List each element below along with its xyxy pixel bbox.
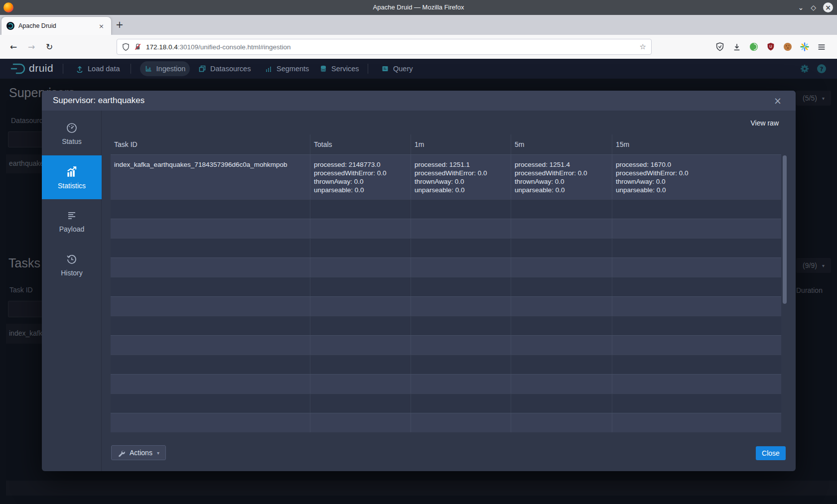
- tab-payload[interactable]: Payload: [42, 199, 102, 243]
- pinwheel-extension-icon[interactable]: [796, 42, 813, 51]
- table-row-task: index_kafka_earthquakes_7184357396d6c0a_…: [111, 154, 781, 199]
- dot-columns-icon: [265, 65, 273, 73]
- nav-item-label: Segments: [277, 65, 309, 73]
- druid-logo-text[interactable]: druid: [29, 62, 53, 74]
- forward-button[interactable]: →: [28, 35, 35, 59]
- table-row-empty: [111, 316, 781, 335]
- console-icon: [381, 65, 389, 73]
- close-button[interactable]: Close: [756, 446, 786, 460]
- stats-table: Task ID Totals 1m 5m 15m index_kafka_ear…: [111, 134, 781, 432]
- tab-status[interactable]: Status: [42, 112, 102, 155]
- tab-label: Payload: [59, 225, 85, 233]
- metrics-5m-cell: processed: 1251.4 processedWithError: 0.…: [511, 155, 612, 199]
- table-row-empty: [111, 257, 781, 277]
- table-row-empty: [111, 374, 781, 393]
- statistics-panel: View raw Task ID Totals 1m 5m 15m index_…: [102, 111, 796, 471]
- nav-item-services[interactable]: Services: [319, 59, 359, 79]
- chart-axis-icon: [144, 65, 152, 73]
- metrics-15m-cell: processed: 1670.0 processedWithError: 0.…: [612, 155, 781, 199]
- settings-gear-icon[interactable]: [800, 64, 810, 74]
- stats-table-body: [111, 199, 781, 432]
- url-text: 172.18.0.4:30109/unified-console.html#in…: [146, 43, 290, 51]
- tab-label: Statistics: [58, 182, 86, 190]
- tab-bar: Apache Druid × +: [0, 15, 837, 35]
- download-icon[interactable]: [728, 43, 745, 51]
- druid-navbar: druid Load data Ingestion Datasources: [0, 59, 837, 79]
- tab-favicon-druid-icon: [6, 22, 14, 30]
- menu-hamburger-icon[interactable]: [813, 43, 830, 51]
- gauge-icon: [66, 122, 78, 134]
- table-row-empty: [111, 219, 781, 238]
- dialog-title: Supervisor: earthquakes: [53, 96, 144, 106]
- dialog-header: Supervisor: earthquakes ×: [42, 91, 796, 111]
- browser-toolbar: ← → ↻ 172.18.0.4:30109/unified-console.h…: [0, 35, 837, 59]
- nav-item-segments[interactable]: Segments: [265, 59, 309, 79]
- tab-title: Apache Druid: [18, 22, 97, 29]
- tab-statistics[interactable]: Statistics: [42, 155, 102, 199]
- window-title: Apache Druid — Mozilla Firefox: [0, 0, 837, 15]
- dialog-close-icon[interactable]: ×: [771, 95, 785, 107]
- nav-item-ingestion[interactable]: Ingestion: [140, 61, 190, 76]
- table-row-empty: [111, 393, 781, 413]
- database-icon: [319, 65, 327, 73]
- close-label: Close: [762, 449, 780, 457]
- bookmark-star-icon[interactable]: ☆: [640, 42, 646, 51]
- back-button[interactable]: ←: [10, 35, 17, 59]
- table-row-empty: [111, 277, 781, 296]
- supervisor-dialog: Supervisor: earthquakes × Status: [42, 91, 796, 471]
- window-close-icon[interactable]: ×: [823, 2, 833, 12]
- nav-item-label: Load data: [88, 65, 120, 73]
- druid-logo-icon: [10, 62, 27, 75]
- actions-button[interactable]: Actions ▾: [111, 445, 166, 460]
- upload-icon: [76, 65, 84, 73]
- table-row-empty: [111, 413, 781, 432]
- nav-item-load-data[interactable]: Load data: [76, 59, 120, 79]
- align-left-icon: [66, 210, 78, 222]
- tab-close-icon[interactable]: ×: [97, 21, 106, 31]
- table-row-empty: [111, 335, 781, 355]
- stacked-squares-icon: [198, 65, 206, 73]
- nav-item-label: Datasources: [210, 65, 251, 73]
- insecure-lock-icon[interactable]: [134, 43, 141, 51]
- chart-arrow-icon: [65, 165, 78, 178]
- table-scrollbar-thumb[interactable]: [783, 155, 787, 304]
- nav-divider: [368, 64, 368, 74]
- col-header-totals: Totals: [310, 134, 411, 154]
- screen: Apache Druid — Mozilla Firefox ⌄ ◇ × Apa…: [0, 0, 837, 504]
- tab-label: Status: [62, 137, 82, 145]
- history-clock-icon: [66, 253, 78, 265]
- svg-text:?: ?: [820, 66, 824, 73]
- minimize-icon[interactable]: ⌄: [798, 4, 804, 11]
- table-header-row: Task ID Totals 1m 5m 15m: [111, 134, 781, 154]
- shield-icon[interactable]: [122, 43, 130, 51]
- browser-tab[interactable]: Apache Druid ×: [1, 17, 111, 35]
- nav-item-query[interactable]: Query: [381, 59, 413, 79]
- dialog-side-menu: Status Statistics: [42, 111, 102, 471]
- new-tab-button[interactable]: +: [116, 20, 124, 29]
- table-row-empty: [111, 355, 781, 374]
- url-bar[interactable]: 172.18.0.4:30109/unified-console.html#in…: [117, 39, 652, 55]
- nav-item-label: Query: [393, 65, 413, 73]
- totals-cell: processed: 2148773.0 processedWithError:…: [310, 155, 411, 199]
- caret-down-icon: ▾: [157, 450, 159, 456]
- metrics-1m-cell: processed: 1251.1 processedWithError: 0.…: [411, 155, 511, 199]
- svg-text:U: U: [769, 44, 772, 49]
- nav-item-label: Services: [331, 65, 359, 73]
- col-header-15m: 15m: [612, 134, 781, 154]
- tab-history[interactable]: History: [42, 243, 102, 287]
- green-extension-icon[interactable]: [745, 42, 762, 51]
- wrench-icon: [118, 449, 125, 457]
- view-raw-link[interactable]: View raw: [750, 119, 779, 127]
- tab-label: History: [61, 269, 83, 277]
- ublock-shield-icon[interactable]: U: [762, 42, 779, 51]
- actions-label: Actions: [130, 449, 152, 457]
- col-header-5m: 5m: [511, 134, 612, 154]
- reload-button[interactable]: ↻: [46, 35, 53, 59]
- protections-shield-icon[interactable]: [711, 42, 728, 51]
- table-row-empty: [111, 296, 781, 316]
- nav-item-datasources[interactable]: Datasources: [198, 59, 251, 79]
- help-icon[interactable]: ?: [817, 64, 827, 74]
- cookie-icon[interactable]: [779, 42, 796, 51]
- maximize-icon[interactable]: ◇: [811, 4, 816, 11]
- url-host: 172.18.0.4: [146, 43, 178, 51]
